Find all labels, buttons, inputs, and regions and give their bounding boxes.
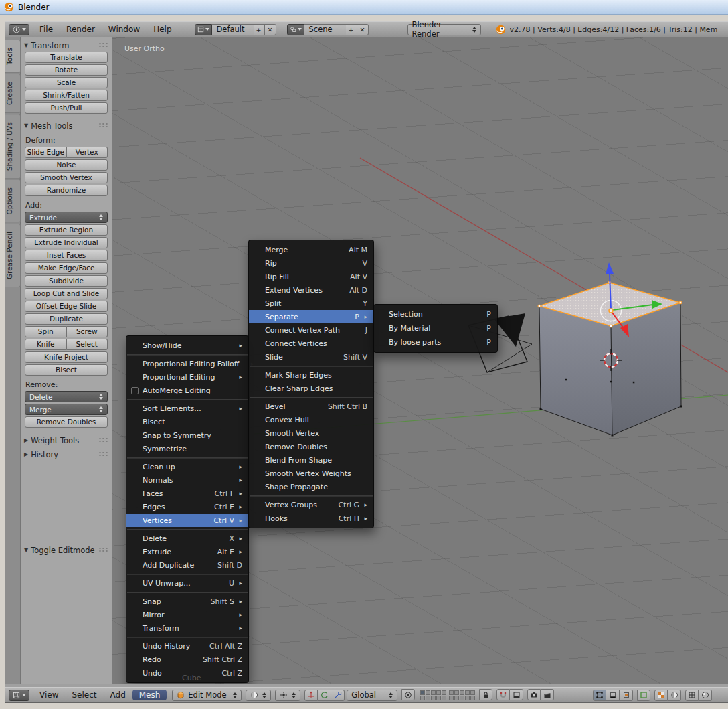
menu-window[interactable]: Window <box>102 24 147 35</box>
menu-item-redo[interactable]: RedoShift Ctrl Z <box>126 653 248 666</box>
opengl-render-anim-icon[interactable] <box>541 689 554 700</box>
menu-item-blend-from-shape[interactable]: Blend From Shape <box>249 453 373 467</box>
layer-6[interactable] <box>420 696 425 700</box>
menu-item-proportional-editing-falloff[interactable]: Proportional Editing Falloff▸ <box>126 357 248 370</box>
vertex-select-icon[interactable] <box>593 690 606 701</box>
viewport-3d[interactable]: User Ortho Cube Show/Hide▸Proportional E… <box>112 37 728 684</box>
menu-item-vertex-groups[interactable]: Vertex GroupsCtrl G▸ <box>249 498 373 511</box>
panel-grip-icon[interactable] <box>98 437 108 443</box>
menu-item-clean-up[interactable]: Clean up▸ <box>126 460 248 473</box>
layer-1[interactable] <box>420 690 425 695</box>
layer-10[interactable] <box>442 696 446 700</box>
add-layout-button[interactable]: + <box>254 24 265 35</box>
layer-17[interactable] <box>454 696 459 700</box>
layer-19[interactable] <box>465 696 470 700</box>
menu-item-merge[interactable]: MergeAlt M <box>249 243 373 256</box>
layer-8[interactable] <box>431 696 436 700</box>
button-shrink-fatten[interactable]: Shrink/Fatten <box>25 90 108 101</box>
history-panel-header[interactable]: ▶History <box>21 449 112 460</box>
menu-item-remove-doubles[interactable]: Remove Doubles <box>249 440 373 453</box>
menu-item-vertices[interactable]: VerticesCtrl V▸ <box>126 514 248 527</box>
matcap-sphere-icon[interactable] <box>699 690 712 701</box>
menu-view[interactable]: View <box>33 690 65 700</box>
menu-item-show-hide[interactable]: Show/Hide▸ <box>126 339 248 352</box>
menu-item-rip-fill[interactable]: Rip FillAlt V <box>249 270 373 283</box>
menu-item-slide[interactable]: SlideShift V <box>249 350 373 364</box>
menu-item-hooks[interactable]: HooksCtrl H▸ <box>249 511 373 525</box>
button-vertex[interactable]: Vertex <box>67 147 108 158</box>
button-loop-cut-and-slide[interactable]: Loop Cut and Slide <box>25 288 108 299</box>
snap-magnet-icon[interactable] <box>496 689 510 700</box>
menu-item-normals[interactable]: Normals▸ <box>126 473 248 487</box>
menu-item-bisect[interactable]: Bisect <box>126 415 248 428</box>
texture-checker-icon[interactable] <box>654 690 668 701</box>
menu-select[interactable]: Select <box>65 690 103 700</box>
layer-11[interactable] <box>449 690 454 695</box>
menu-file[interactable]: File <box>33 24 60 35</box>
menu-item-by-loose-parts[interactable]: By loose partsP <box>374 335 497 349</box>
lock-to-scene-icon[interactable] <box>479 689 492 700</box>
menu-item-extend-vertices[interactable]: Extend VerticesAlt D <box>249 283 373 297</box>
layer-18[interactable] <box>460 696 464 700</box>
meshtools-panel-header[interactable]: ▼ Mesh Tools <box>21 120 112 131</box>
menu-item-add-duplicate[interactable]: Add DuplicateShift D <box>126 558 248 572</box>
opengl-render-still-icon[interactable] <box>527 689 541 700</box>
checkbox-icon[interactable] <box>131 387 139 394</box>
layer-13[interactable] <box>460 690 464 695</box>
layer-7[interactable] <box>426 696 430 700</box>
button-translate[interactable]: Translate <box>25 52 108 63</box>
button-noise[interactable]: Noise <box>25 159 108 171</box>
editor-type-button[interactable] <box>9 24 29 35</box>
button-duplicate[interactable]: Duplicate <box>25 313 108 325</box>
add-scene-button[interactable]: + <box>346 24 357 35</box>
tab-shading-uvs[interactable]: Shading / UVs <box>5 114 21 179</box>
tab-grease-pencil[interactable]: Grease Pencil <box>5 224 21 287</box>
pivot-point-select[interactable] <box>275 690 300 701</box>
menu-item-proportional-editing[interactable]: Proportional Editing▸ <box>126 370 248 384</box>
menu-item-smooth-vertex-weights[interactable]: Smooth Vertex Weights <box>249 467 373 480</box>
merge-menu-button[interactable]: Merge <box>25 404 108 415</box>
close-scene-button[interactable]: ✕ <box>357 24 369 35</box>
layer-2[interactable] <box>426 690 430 695</box>
layer-4[interactable] <box>436 690 441 695</box>
close-layout-button[interactable]: ✕ <box>265 24 276 35</box>
titlebar[interactable]: Blender <box>0 0 728 15</box>
menu-item-connect-vertices[interactable]: Connect Vertices <box>249 337 373 350</box>
menu-item-delete[interactable]: DeleteX▸ <box>126 532 248 545</box>
menu-item-convex-hull[interactable]: Convex Hull <box>249 413 373 426</box>
shading-sphere-icon[interactable] <box>668 690 681 701</box>
viewport-shading-select[interactable] <box>246 690 271 701</box>
menu-item-mark-sharp-edges[interactable]: Mark Sharp Edges <box>249 368 373 382</box>
button-rotate[interactable]: Rotate <box>25 64 108 76</box>
mode-select[interactable]: Edit Mode <box>172 690 242 701</box>
panel-grip-icon[interactable] <box>98 42 108 48</box>
edge-select-icon[interactable] <box>606 690 620 701</box>
button-inset-faces[interactable]: Inset Faces <box>25 250 108 261</box>
render-engine-select[interactable]: Blender Render <box>407 24 481 35</box>
panel-grip-icon[interactable] <box>98 123 108 129</box>
menu-item-connect-vertex-path[interactable]: Connect Vertex PathJ <box>249 323 373 337</box>
menu-item-undo[interactable]: UndoCtrl Z <box>126 666 248 680</box>
menu-item-separate[interactable]: SeparateP▸ <box>249 310 373 323</box>
button-offset-edge-slide[interactable]: Offset Edge Slide <box>25 301 108 312</box>
menu-help[interactable]: Help <box>147 24 178 35</box>
panel-grip-icon[interactable] <box>98 451 108 457</box>
button-scale[interactable]: Scale <box>25 77 108 88</box>
layer-15[interactable] <box>470 690 475 695</box>
menu-item-clear-sharp-edges[interactable]: Clear Sharp Edges <box>249 382 373 395</box>
menu-item-automerge-editing[interactable]: AutoMerge Editing <box>126 384 248 397</box>
snap-element-icon[interactable] <box>510 689 523 700</box>
delete-menu-button[interactable]: Delete <box>25 391 108 402</box>
rotate-manipulator-icon[interactable] <box>318 690 331 701</box>
button-knife-project[interactable]: Knife Project <box>25 351 108 363</box>
menu-item-symmetrize[interactable]: Symmetrize <box>126 442 248 455</box>
menu-item-by-material[interactable]: By MaterialP <box>374 321 497 335</box>
menu-item-shape-propagate[interactable]: Shape Propagate <box>249 480 373 493</box>
translate-manipulator-icon[interactable] <box>304 690 318 701</box>
scale-manipulator-icon[interactable] <box>331 690 345 701</box>
tab-create[interactable]: Create <box>5 74 21 113</box>
button-spin[interactable]: Spin <box>25 326 67 337</box>
button-randomize[interactable]: Randomize <box>25 185 108 196</box>
button-extrude-individual[interactable]: Extrude Individual <box>25 237 108 248</box>
button-push-pull[interactable]: Push/Pull <box>25 102 108 114</box>
